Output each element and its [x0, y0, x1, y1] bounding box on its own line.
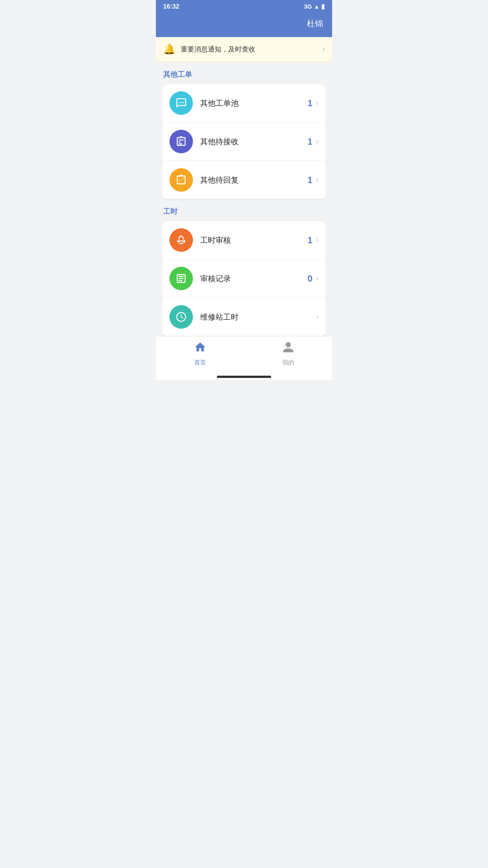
- arrow-other-pending-reply: ›: [316, 176, 319, 184]
- nav-item-mine[interactable]: 我的: [282, 341, 295, 367]
- chat-icon: [175, 97, 187, 109]
- home-icon: [194, 341, 206, 357]
- list-item-other-pending-reply[interactable]: 其他待回复 1 ›: [162, 161, 326, 199]
- count-other-pending-receive: 1: [304, 137, 313, 147]
- status-bar: 16:32 3G ▲ ▮: [156, 0, 332, 13]
- home-indicator-bar: [217, 376, 271, 378]
- nav-label-home: 首页: [194, 359, 206, 367]
- count-hours-review: 1: [304, 235, 313, 245]
- arrow-review-records: ›: [316, 274, 319, 283]
- count-other-pool: 1: [304, 98, 313, 108]
- nav-item-home[interactable]: 首页: [194, 341, 206, 367]
- notification-text: 重要消息通知，及时查收: [181, 45, 323, 54]
- section-title-other-workorders: 其他工单: [156, 62, 332, 84]
- user-icon: [282, 341, 295, 357]
- arrow-repair-station-hours: ›: [316, 313, 319, 321]
- list-icon: [175, 273, 187, 284]
- icon-repair-station-hours: [169, 305, 193, 329]
- clock-icon: [175, 311, 187, 323]
- status-time: 16:32: [163, 3, 179, 10]
- count-review-records: 0: [304, 274, 313, 284]
- bell-icon: 🔔: [163, 43, 175, 55]
- arrow-other-pool: ›: [316, 99, 319, 107]
- arrow-other-pending-receive: ›: [316, 137, 319, 146]
- stamp-icon: [175, 234, 187, 246]
- battery-icon: ▮: [321, 3, 325, 10]
- svg-point-0: [178, 102, 180, 104]
- list-item-hours-review[interactable]: 工时审核 1 ›: [162, 221, 326, 259]
- svg-point-2: [183, 102, 184, 104]
- list-item-review-records[interactable]: 审核记录 0 ›: [162, 259, 326, 298]
- card-other-workorders: 其他工单池 1 › 其他待接收 1 › 其他待回复 1 ›: [162, 84, 326, 199]
- notification-arrow: ›: [323, 45, 325, 53]
- label-repair-station-hours: 维修站工时: [200, 312, 304, 322]
- clipboard-icon: [175, 136, 187, 147]
- clipboard-edit-icon: [175, 174, 187, 186]
- icon-other-pending-receive: [169, 130, 193, 153]
- label-other-pending-receive: 其他待接收: [200, 137, 304, 147]
- bottom-nav: 首页 我的: [156, 336, 332, 373]
- count-other-pending-reply: 1: [304, 175, 313, 185]
- status-icons: 3G ▲ ▮: [304, 3, 325, 10]
- label-review-records: 审核记录: [200, 274, 304, 284]
- icon-other-pending-reply: [169, 168, 193, 192]
- list-item-other-pool[interactable]: 其他工单池 1 ›: [162, 84, 326, 123]
- label-other-pending-reply: 其他待回复: [200, 175, 304, 185]
- home-indicator: [156, 373, 332, 380]
- notification-bar[interactable]: 🔔 重要消息通知，及时查收 ›: [156, 37, 332, 62]
- list-item-other-pending-receive[interactable]: 其他待接收 1 ›: [162, 123, 326, 161]
- list-item-repair-station-hours[interactable]: 维修站工时 ›: [162, 298, 326, 336]
- svg-point-1: [181, 102, 182, 104]
- header: 杜锦: [156, 13, 332, 37]
- card-workhours: 工时审核 1 › 审核记录 0 › 维修站工时 ›: [162, 221, 326, 336]
- icon-review-records: [169, 267, 193, 290]
- icon-other-pool: [169, 91, 193, 115]
- signal-icon: ▲: [314, 3, 319, 10]
- label-other-pool: 其他工单池: [200, 98, 304, 108]
- label-hours-review: 工时审核: [200, 235, 304, 245]
- header-username: 杜锦: [307, 18, 323, 29]
- nav-label-mine: 我的: [282, 359, 294, 367]
- section-title-workhours: 工时: [156, 199, 332, 221]
- network-label: 3G: [304, 3, 312, 10]
- icon-hours-review: [169, 228, 193, 252]
- arrow-hours-review: ›: [316, 236, 319, 244]
